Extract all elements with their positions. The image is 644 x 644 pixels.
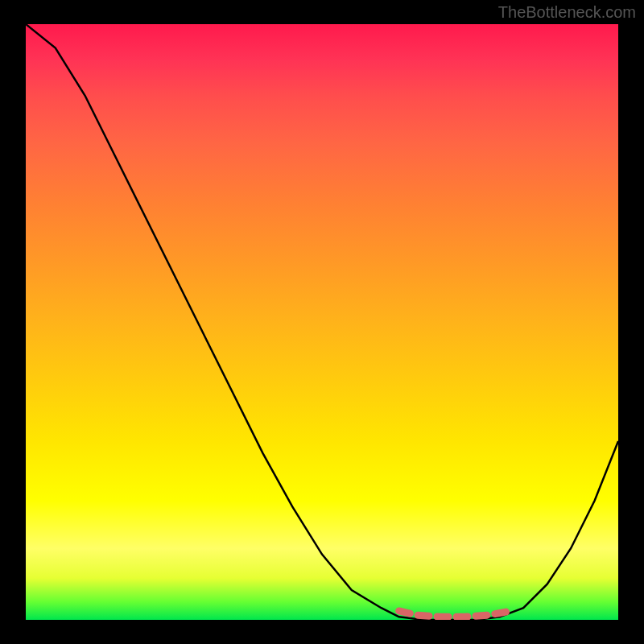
bottleneck-curve-path <box>26 24 618 620</box>
chart-svg <box>26 24 618 620</box>
optimal-zone-marker <box>399 611 512 617</box>
bottleneck-curve-line <box>26 24 618 620</box>
watermark-text: TheBottleneck.com <box>498 3 636 22</box>
optimal-zone-path <box>399 611 512 617</box>
chart-plot-area <box>26 24 618 620</box>
